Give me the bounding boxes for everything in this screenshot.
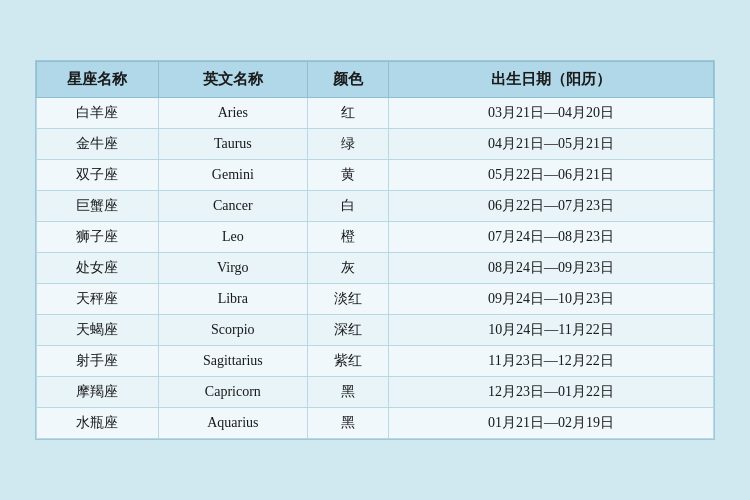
- cell-zh-name: 金牛座: [37, 129, 159, 160]
- cell-zh-name: 狮子座: [37, 222, 159, 253]
- cell-en-name: Virgo: [158, 253, 307, 284]
- cell-color: 黑: [307, 377, 388, 408]
- cell-date: 01月21日—02月19日: [389, 408, 714, 439]
- header-zh-name: 星座名称: [37, 62, 159, 98]
- cell-zh-name: 巨蟹座: [37, 191, 159, 222]
- table-body: 白羊座Aries红03月21日—04月20日金牛座Taurus绿04月21日—0…: [37, 98, 714, 439]
- cell-date: 04月21日—05月21日: [389, 129, 714, 160]
- cell-date: 12月23日—01月22日: [389, 377, 714, 408]
- cell-en-name: Capricorn: [158, 377, 307, 408]
- table-row: 天蝎座Scorpio深红10月24日—11月22日: [37, 315, 714, 346]
- cell-date: 07月24日—08月23日: [389, 222, 714, 253]
- table-row: 狮子座Leo橙07月24日—08月23日: [37, 222, 714, 253]
- cell-color: 灰: [307, 253, 388, 284]
- table-row: 处女座Virgo灰08月24日—09月23日: [37, 253, 714, 284]
- cell-zh-name: 射手座: [37, 346, 159, 377]
- cell-zh-name: 水瓶座: [37, 408, 159, 439]
- table-row: 射手座Sagittarius紫红11月23日—12月22日: [37, 346, 714, 377]
- cell-color: 淡红: [307, 284, 388, 315]
- table-header-row: 星座名称 英文名称 颜色 出生日期（阳历）: [37, 62, 714, 98]
- table-row: 天秤座Libra淡红09月24日—10月23日: [37, 284, 714, 315]
- cell-zh-name: 天秤座: [37, 284, 159, 315]
- zodiac-table: 星座名称 英文名称 颜色 出生日期（阳历） 白羊座Aries红03月21日—04…: [36, 61, 714, 439]
- cell-en-name: Taurus: [158, 129, 307, 160]
- table-row: 摩羯座Capricorn黑12月23日—01月22日: [37, 377, 714, 408]
- header-en-name: 英文名称: [158, 62, 307, 98]
- cell-en-name: Aquarius: [158, 408, 307, 439]
- cell-en-name: Aries: [158, 98, 307, 129]
- table-row: 双子座Gemini黄05月22日—06月21日: [37, 160, 714, 191]
- cell-date: 03月21日—04月20日: [389, 98, 714, 129]
- cell-zh-name: 白羊座: [37, 98, 159, 129]
- cell-color: 黄: [307, 160, 388, 191]
- cell-color: 深红: [307, 315, 388, 346]
- cell-date: 11月23日—12月22日: [389, 346, 714, 377]
- cell-date: 09月24日—10月23日: [389, 284, 714, 315]
- cell-color: 红: [307, 98, 388, 129]
- zodiac-table-container: 星座名称 英文名称 颜色 出生日期（阳历） 白羊座Aries红03月21日—04…: [35, 60, 715, 440]
- cell-zh-name: 摩羯座: [37, 377, 159, 408]
- cell-date: 10月24日—11月22日: [389, 315, 714, 346]
- table-row: 巨蟹座Cancer白06月22日—07月23日: [37, 191, 714, 222]
- cell-en-name: Gemini: [158, 160, 307, 191]
- cell-color: 绿: [307, 129, 388, 160]
- cell-color: 黑: [307, 408, 388, 439]
- cell-en-name: Leo: [158, 222, 307, 253]
- cell-color: 白: [307, 191, 388, 222]
- header-date: 出生日期（阳历）: [389, 62, 714, 98]
- cell-en-name: Cancer: [158, 191, 307, 222]
- cell-en-name: Libra: [158, 284, 307, 315]
- cell-en-name: Sagittarius: [158, 346, 307, 377]
- cell-en-name: Scorpio: [158, 315, 307, 346]
- cell-zh-name: 双子座: [37, 160, 159, 191]
- cell-color: 紫红: [307, 346, 388, 377]
- cell-zh-name: 处女座: [37, 253, 159, 284]
- cell-date: 08月24日—09月23日: [389, 253, 714, 284]
- cell-color: 橙: [307, 222, 388, 253]
- cell-zh-name: 天蝎座: [37, 315, 159, 346]
- table-row: 水瓶座Aquarius黑01月21日—02月19日: [37, 408, 714, 439]
- header-color: 颜色: [307, 62, 388, 98]
- table-row: 金牛座Taurus绿04月21日—05月21日: [37, 129, 714, 160]
- table-row: 白羊座Aries红03月21日—04月20日: [37, 98, 714, 129]
- cell-date: 06月22日—07月23日: [389, 191, 714, 222]
- cell-date: 05月22日—06月21日: [389, 160, 714, 191]
